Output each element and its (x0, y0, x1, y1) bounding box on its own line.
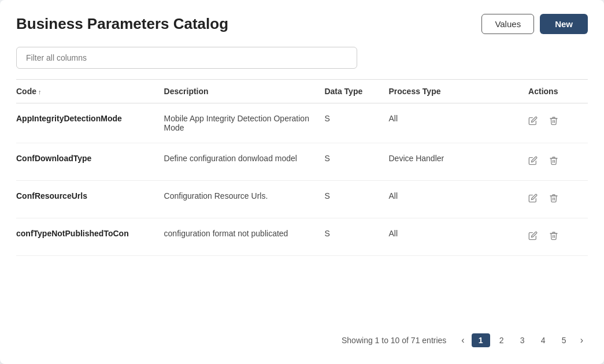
delete-button[interactable] (544, 114, 563, 130)
main-card: Business Parameters Catalog Values New C… (0, 0, 604, 364)
col-header-data-type: Data Type (324, 80, 388, 103)
edit-button[interactable] (524, 191, 542, 207)
cell-actions (505, 103, 588, 143)
cell-process-type: All (388, 218, 504, 256)
delete-button[interactable] (544, 154, 563, 170)
pagination-row: Showing 1 to 10 of 71 entries ‹ 1 2 3 4 … (16, 333, 588, 348)
data-table: Code Description Data Type Process Type … (16, 79, 588, 256)
col-header-actions: Actions (505, 80, 588, 103)
edit-button[interactable] (524, 229, 542, 245)
pagination-info: Showing 1 to 10 of 71 entries (342, 336, 446, 345)
cell-data-type: S (324, 143, 388, 181)
edit-icon (528, 231, 538, 240)
edit-icon (528, 156, 538, 165)
new-button[interactable]: New (540, 14, 588, 34)
cell-code: ConfResourceUrls (16, 181, 164, 218)
cell-process-type: All (388, 181, 504, 218)
table-wrap: Code Description Data Type Process Type … (16, 79, 588, 322)
cell-actions (505, 181, 588, 218)
edit-icon (528, 194, 538, 203)
edit-icon (528, 116, 538, 125)
cell-process-type: Device Handler (388, 143, 504, 181)
cell-process-type: All (388, 103, 504, 143)
col-header-code[interactable]: Code (16, 80, 164, 103)
cell-description: Define configuration donwload model (164, 143, 325, 181)
delete-icon (549, 116, 558, 125)
cell-description: configuration format not publicated (164, 218, 325, 256)
table-row: confTypeNotPublishedToCon configuration … (16, 218, 588, 256)
cell-description: Mobile App Integrity Detection Operation… (164, 103, 325, 143)
table-row: AppIntegrityDetectionMode Mobile App Int… (16, 103, 588, 143)
page-button-4[interactable]: 4 (534, 333, 553, 347)
table-header-row: Code Description Data Type Process Type … (16, 80, 588, 103)
col-header-description: Description (164, 80, 325, 103)
table-body: AppIntegrityDetectionMode Mobile App Int… (16, 103, 588, 256)
cell-actions (505, 143, 588, 181)
page-nav: ‹ 1 2 3 4 5 › (457, 333, 588, 348)
filter-input[interactable] (16, 47, 357, 69)
page-button-5[interactable]: 5 (555, 333, 573, 347)
cell-code: ConfDownloadType (16, 143, 164, 181)
cell-data-type: S (324, 218, 388, 256)
header-row: Business Parameters Catalog Values New (16, 14, 588, 34)
delete-button[interactable] (544, 191, 563, 207)
col-header-process-type: Process Type (388, 80, 504, 103)
edit-button[interactable] (524, 154, 542, 170)
page-button-3[interactable]: 3 (513, 333, 532, 347)
table-row: ConfResourceUrls Configuration Resource … (16, 181, 588, 218)
next-page-button[interactable]: › (576, 333, 588, 348)
page-title: Business Parameters Catalog (16, 15, 228, 33)
delete-icon (549, 194, 558, 203)
prev-page-button[interactable]: ‹ (457, 333, 469, 348)
cell-data-type: S (324, 103, 388, 143)
values-button[interactable]: Values (481, 14, 534, 34)
cell-code: confTypeNotPublishedToCon (16, 218, 164, 256)
cell-description: Configuration Resource Urls. (164, 181, 325, 218)
delete-icon (549, 231, 558, 240)
table-row: ConfDownloadType Define configuration do… (16, 143, 588, 181)
cell-actions (505, 218, 588, 256)
page-button-1[interactable]: 1 (472, 333, 490, 347)
delete-button[interactable] (544, 229, 563, 245)
filter-row (16, 47, 588, 69)
page-button-2[interactable]: 2 (492, 333, 511, 347)
cell-code: AppIntegrityDetectionMode (16, 103, 164, 143)
edit-button[interactable] (524, 114, 542, 130)
header-buttons: Values New (481, 14, 588, 34)
delete-icon (549, 156, 558, 165)
cell-data-type: S (324, 181, 388, 218)
